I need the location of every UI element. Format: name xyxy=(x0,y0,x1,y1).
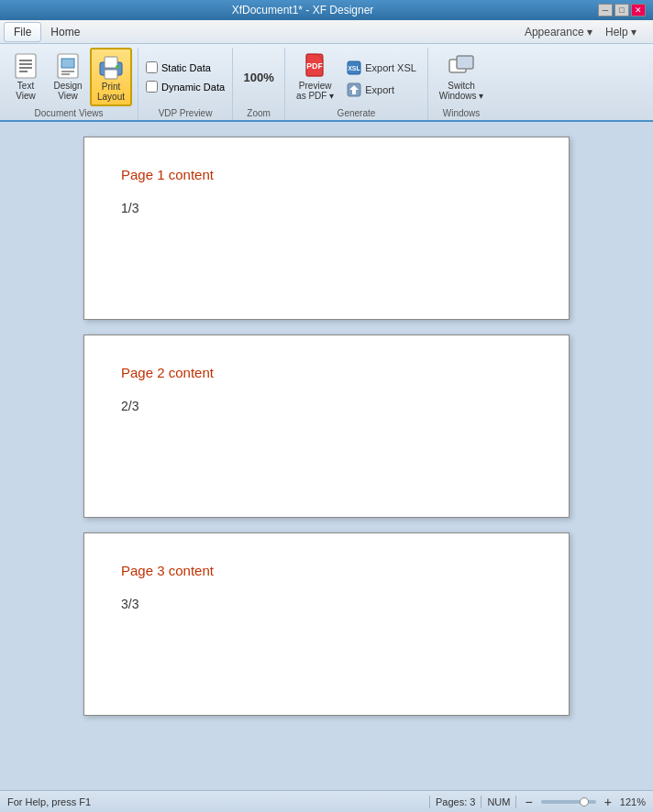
zoom-icon: 100% xyxy=(244,62,273,92)
zoom-button[interactable]: 100% xyxy=(238,59,279,95)
export-xsl-button[interactable]: XSL Export XSL xyxy=(341,58,422,78)
scroll-area[interactable]: Page 1 content 1/3 Page 2 content 2/3 Pa… xyxy=(0,122,653,790)
svg-rect-11 xyxy=(105,70,117,79)
ribbon-group-windows: SwitchWindows ▾ Windows xyxy=(428,48,494,120)
page-3-number: 3/3 xyxy=(121,597,532,611)
static-data-label: Static Data xyxy=(161,62,211,73)
page-1-content: Page 1 content xyxy=(121,167,532,182)
dynamic-data-checkbox[interactable] xyxy=(146,81,158,93)
preview-as-pdf-icon: PDF xyxy=(301,51,330,81)
design-view-icon xyxy=(53,51,83,81)
windows-group-title: Windows xyxy=(443,108,481,120)
ribbon-group-vdp-preview: Static Data Dynamic Data VDP Preview xyxy=(138,48,233,120)
generate-group-title: Generate xyxy=(338,108,376,120)
zoom-minus-button[interactable]: − xyxy=(522,795,535,809)
title-bar-text: XfDocument1* - XF Designer xyxy=(7,4,598,16)
svg-rect-10 xyxy=(105,57,117,68)
switch-windows-label: SwitchWindows ▾ xyxy=(439,81,483,101)
document-views-group-title: Document Views xyxy=(35,108,104,120)
text-view-label: TextView xyxy=(16,81,36,101)
export-icon xyxy=(347,82,361,97)
switch-windows-button[interactable]: SwitchWindows ▾ xyxy=(434,48,489,104)
page-2-number: 2/3 xyxy=(121,399,532,413)
title-bar: XfDocument1* - XF Designer ─ □ ✕ xyxy=(0,0,653,20)
export-label: Export xyxy=(365,84,394,95)
svg-rect-21 xyxy=(457,56,473,69)
design-view-label: DesignView xyxy=(53,81,82,101)
export-xsl-icon: XSL xyxy=(347,60,361,75)
appearance-menu[interactable]: Appearance ▾ xyxy=(519,24,598,40)
zoom-slider-thumb[interactable] xyxy=(580,797,589,807)
svg-point-12 xyxy=(116,65,119,69)
static-data-checkbox-label[interactable]: Static Data xyxy=(144,60,213,75)
export-xsl-label: Export XSL xyxy=(365,62,416,73)
print-layout-icon xyxy=(96,52,126,82)
svg-rect-0 xyxy=(16,54,36,78)
menu-home[interactable]: Home xyxy=(41,23,89,41)
page-2-content: Page 2 content xyxy=(121,365,532,380)
zoom-controls: − + 121% xyxy=(522,795,646,809)
text-view-icon xyxy=(11,51,40,81)
ribbon: TextView DesignView xyxy=(0,44,653,122)
print-layout-label: PrintLayout xyxy=(97,82,125,102)
switch-windows-icon xyxy=(447,51,476,81)
ribbon-group-zoom: 100% Zoom xyxy=(233,48,285,120)
page-3-content: Page 3 content xyxy=(121,563,532,578)
status-bar: For Help, press F1 Pages: 3 NUM − + 121% xyxy=(0,790,653,812)
page-3: Page 3 content 3/3 xyxy=(83,532,570,716)
ribbon-group-generate: PDF Previewas PDF ▾ XSL Export XSL xyxy=(285,48,428,120)
zoom-group-title: Zoom xyxy=(247,108,271,120)
preview-as-pdf-label: Previewas PDF ▾ xyxy=(296,81,334,101)
help-text: For Help, press F1 xyxy=(7,796,424,807)
page-1: Page 1 content 1/3 xyxy=(83,137,570,320)
svg-rect-6 xyxy=(61,59,74,68)
status-divider-2 xyxy=(481,796,481,808)
text-view-button[interactable]: TextView xyxy=(6,48,46,104)
zoom-plus-button[interactable]: + xyxy=(602,795,614,809)
static-data-checkbox[interactable] xyxy=(146,61,158,73)
page-1-number: 1/3 xyxy=(121,201,532,215)
minimize-button[interactable]: ─ xyxy=(598,4,613,16)
dynamic-data-checkbox-label[interactable]: Dynamic Data xyxy=(144,79,227,94)
svg-text:PDF: PDF xyxy=(306,61,324,71)
svg-text:XSL: XSL xyxy=(348,65,360,71)
vdp-preview-group-title: VDP Preview xyxy=(159,108,213,120)
zoom-level: 121% xyxy=(620,796,646,807)
pages-count: Pages: 3 xyxy=(436,796,475,807)
zoom-slider[interactable] xyxy=(541,800,596,804)
preview-as-pdf-button[interactable]: PDF Previewas PDF ▾ xyxy=(291,48,339,104)
design-view-button[interactable]: DesignView xyxy=(48,48,88,104)
ribbon-group-document-views: TextView DesignView xyxy=(0,48,138,120)
help-menu[interactable]: Help ▾ xyxy=(600,24,642,40)
dynamic-data-label: Dynamic Data xyxy=(161,82,225,93)
main-area: Page 1 content 1/3 Page 2 content 2/3 Pa… xyxy=(0,122,653,790)
status-divider-1 xyxy=(429,796,430,808)
export-button[interactable]: Export xyxy=(341,80,422,100)
print-layout-button[interactable]: PrintLayout xyxy=(90,48,132,106)
num-indicator: NUM xyxy=(487,796,510,807)
status-divider-3 xyxy=(515,796,516,808)
maximize-button[interactable]: □ xyxy=(614,4,629,16)
menu-bar: File Home Appearance ▾ Help ▾ xyxy=(0,20,653,44)
close-button[interactable]: ✕ xyxy=(631,4,646,16)
top-right-area: Appearance ▾ Help ▾ xyxy=(519,24,649,40)
menu-file[interactable]: File xyxy=(4,22,41,42)
page-2: Page 2 content 2/3 xyxy=(83,335,570,518)
